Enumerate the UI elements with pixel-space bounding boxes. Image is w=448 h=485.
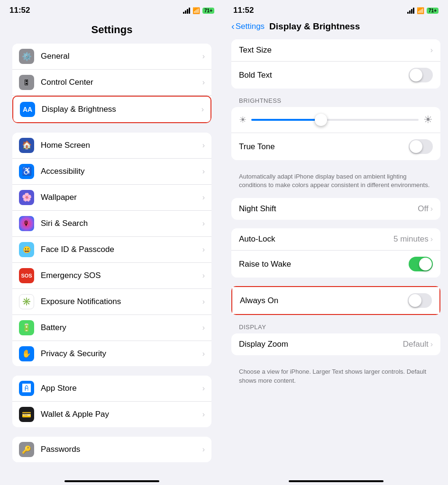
chevron-icon: › — [202, 245, 205, 254]
sidebar-item-app-store[interactable]: 🅰 App Store › — [12, 376, 211, 402]
bold-text-item[interactable]: Bold Text — [231, 62, 440, 89]
true-tone-label: True Tone — [239, 142, 409, 152]
right-content: Text Size › Bold Text BRIGHTNESS ☀ ☀ Tru… — [224, 39, 448, 472]
left-bottom-bar — [64, 472, 159, 485]
brightness-slider-row[interactable]: ☀ ☀ — [231, 107, 440, 133]
settings-group-3: 🅰 App Store › 💳 Wallet & Apple Pay › — [12, 376, 211, 427]
lock-wake-group: Auto-Lock 5 minutes › Raise to Wake — [231, 228, 440, 278]
home-indicator-right — [289, 480, 384, 482]
general-label: General — [41, 52, 199, 61]
text-size-label: Text Size — [239, 45, 430, 55]
back-button[interactable]: ‹ Settings — [231, 21, 265, 32]
status-icons-left: 📶 71+ — [183, 7, 214, 14]
true-tone-footnote: Automatically adapt iPhone display based… — [231, 169, 440, 189]
display-zoom-label: Display Zoom — [239, 340, 403, 349]
always-on-toggle[interactable] — [408, 293, 432, 308]
sidebar-item-general[interactable]: ⚙️ General › — [12, 44, 211, 70]
chevron-icon: › — [430, 340, 433, 349]
chevron-icon: › — [202, 271, 205, 280]
always-on-group: Always On — [231, 286, 440, 315]
always-on-item[interactable]: Always On — [232, 287, 439, 314]
sidebar-item-wallet[interactable]: 💳 Wallet & Apple Pay › — [12, 402, 211, 427]
chevron-icon: › — [202, 410, 205, 419]
passwords-icon: 🔑 — [19, 442, 34, 457]
status-icons-right: 📶 71+ — [407, 7, 439, 14]
wallpaper-icon: 🌸 — [19, 190, 34, 205]
battery-badge-right: 71+ — [427, 8, 439, 14]
sidebar-item-accessibility[interactable]: ♿ Accessibility › — [12, 159, 211, 185]
sidebar-item-home-screen[interactable]: 🏠 Home Screen › — [12, 133, 211, 159]
sidebar-item-siri-search[interactable]: 🎙 Siri & Search › — [12, 211, 211, 237]
siri-label: Siri & Search — [41, 219, 199, 228]
auto-lock-item[interactable]: Auto-Lock 5 minutes › — [231, 228, 440, 251]
siri-icon: 🎙 — [19, 216, 34, 231]
passwords-label: Passwords — [41, 445, 199, 454]
right-bottom-bar — [224, 472, 448, 485]
brightness-slider-track[interactable] — [251, 119, 419, 121]
wallet-icon: 💳 — [19, 407, 34, 422]
sidebar-item-exposure[interactable]: ✳️ Exposure Notifications › — [12, 289, 211, 315]
control-center-label: Control Center — [41, 78, 199, 87]
text-size-item[interactable]: Text Size › — [231, 39, 440, 62]
app-store-icon: 🅰 — [19, 381, 34, 396]
sidebar-item-display-brightness[interactable]: AA Display & Brightness › — [12, 96, 211, 123]
right-panel: 11:52 📶 71+ ‹ Settings Display & Brightn… — [224, 0, 448, 485]
home-indicator-left — [64, 480, 159, 482]
chevron-icon: › — [202, 78, 205, 87]
text-group: Text Size › Bold Text — [231, 39, 440, 89]
wallet-label: Wallet & Apple Pay — [41, 410, 199, 419]
chevron-icon: › — [202, 219, 205, 228]
night-shift-label: Night Shift — [239, 204, 418, 214]
auto-lock-label: Auto-Lock — [239, 234, 393, 244]
wifi-icon-right: 📶 — [417, 7, 424, 14]
display-section-label: DISPLAY — [231, 323, 440, 333]
night-shift-value: Off — [418, 204, 428, 214]
chevron-icon: › — [202, 167, 205, 176]
raise-to-wake-toggle[interactable] — [409, 257, 433, 271]
sidebar-item-passwords[interactable]: 🔑 Passwords › — [12, 437, 211, 462]
chevron-left-icon: ‹ — [231, 21, 235, 32]
back-label: Settings — [236, 22, 265, 31]
chevron-icon: › — [430, 235, 433, 243]
sidebar-item-control-center[interactable]: 🎛 Control Center › — [12, 70, 211, 96]
sidebar-item-privacy-security[interactable]: ✋ Privacy & Security › — [12, 341, 211, 366]
settings-group-1: ⚙️ General › 🎛 Control Center › AA Displ… — [12, 44, 211, 123]
display-zoom-footnote: Choose a view for iPhone. Larger Text sh… — [231, 364, 440, 385]
chevron-icon: › — [430, 46, 433, 54]
sidebar-item-emergency-sos[interactable]: SOS Emergency SOS › — [12, 263, 211, 289]
true-tone-toggle[interactable] — [409, 139, 433, 154]
display-brightness-label: Display & Brightness — [42, 105, 198, 114]
bold-text-toggle[interactable] — [409, 68, 433, 82]
app-store-label: App Store — [41, 384, 199, 393]
night-shift-item[interactable]: Night Shift Off › — [231, 198, 440, 220]
display-group: Display Zoom Default › — [231, 333, 440, 355]
general-icon: ⚙️ — [19, 49, 34, 64]
accessibility-label: Accessibility — [41, 167, 199, 176]
night-shift-group: Night Shift Off › — [231, 198, 440, 220]
display-zoom-item[interactable]: Display Zoom Default › — [231, 333, 440, 355]
brightness-sun-large-icon: ☀ — [423, 114, 433, 126]
chevron-icon: › — [201, 105, 204, 114]
brightness-group: ☀ ☀ True Tone — [231, 107, 440, 160]
home-screen-label: Home Screen — [41, 141, 199, 150]
wallpaper-label: Wallpaper — [41, 193, 199, 202]
chevron-icon: › — [202, 445, 205, 454]
brightness-slider-thumb[interactable] — [315, 114, 327, 126]
true-tone-item[interactable]: True Tone — [231, 133, 440, 160]
raise-to-wake-item[interactable]: Raise to Wake — [231, 251, 440, 278]
sidebar-item-face-id[interactable]: 😀 Face ID & Passcode › — [12, 237, 211, 263]
battery-badge-left: 71+ — [202, 8, 214, 14]
privacy-label: Privacy & Security — [41, 349, 199, 359]
display-zoom-value: Default — [403, 340, 429, 349]
left-panel: 11:52 📶 71+ Settings ⚙️ General › 🎛 Cont… — [0, 0, 224, 485]
privacy-icon: ✋ — [19, 346, 34, 361]
raise-to-wake-label: Raise to Wake — [239, 260, 409, 269]
chevron-icon: › — [202, 350, 205, 358]
chevron-icon: › — [202, 193, 205, 202]
sidebar-item-battery[interactable]: 🔋 Battery › — [12, 315, 211, 341]
always-on-label: Always On — [240, 296, 408, 305]
time-left: 11:52 — [9, 6, 30, 15]
auto-lock-value: 5 minutes — [393, 234, 429, 244]
sidebar-item-wallpaper[interactable]: 🌸 Wallpaper › — [12, 185, 211, 211]
chevron-icon: › — [202, 141, 205, 150]
